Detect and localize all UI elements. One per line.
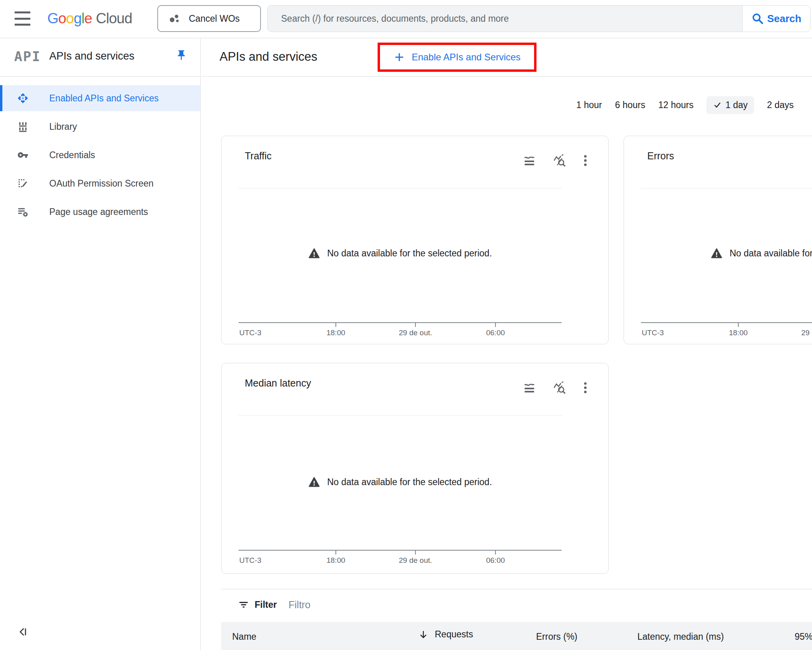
axis-timezone: UTC-3 [239,556,261,565]
explore-data-icon[interactable] [553,381,566,394]
chart-style-icon[interactable] [523,154,536,167]
column-requests[interactable]: Requests [418,629,473,640]
search-input[interactable] [268,6,742,32]
project-name: Cancel WOs [189,13,240,24]
card-actions [523,154,588,167]
google-cloud-logo[interactable]: G o o g l e Cloud [47,10,132,27]
more-options-icon[interactable] [583,154,588,167]
sidebar-header: API APIs and services [0,38,200,77]
column-errors[interactable]: Errors (%) [536,631,577,642]
axis-tick [335,323,336,327]
section-divider [221,589,812,589]
collapse-sidebar-icon[interactable] [17,626,29,638]
time-range-selector: 1 hour 6 hours 12 hours 1 day 2 days [576,95,793,114]
filter-button[interactable]: Filter [238,596,277,614]
sidebar-item-oauth[interactable]: OAuth Permission Screen [0,170,200,196]
empty-state: No data available for the selected perio… [238,247,562,259]
axis-tick [495,550,496,555]
google-cloud-console: G o o g l e Cloud Cancel WOs Search [0,0,812,650]
axis-label: 29 de out. [392,329,439,337]
sidebar-item-library[interactable]: Library [0,114,200,140]
global-search: Search [267,5,810,32]
card-divider [238,415,562,416]
axis-label: 29 de out. [392,556,439,565]
logo-letter: G [47,10,58,27]
median-latency-card: Median latency [221,363,609,574]
axis-label: 18:00 [312,556,359,565]
more-options-icon[interactable] [583,381,588,394]
sidebar-title: APIs and services [49,50,134,62]
logo-letter: o [66,10,74,27]
errors-card: Errors No data available for the selecte… [624,136,812,344]
top-bar: G o o g l e Cloud Cancel WOs Search [0,0,812,38]
filter-icon [238,599,249,610]
warning-icon [308,247,320,259]
axis-label: 18:00 [312,329,359,337]
warning-icon [308,476,320,488]
sort-descending-icon [418,629,428,640]
column-name[interactable]: Name [232,631,256,642]
menu-icon[interactable] [15,11,30,26]
axis-label: 29 de out. [794,329,812,337]
sidebar-menu: Enabled APIs and Services Library [0,85,200,227]
column-label: Requests [435,629,473,640]
sidebar-item-label: Page usage agreements [49,207,148,217]
time-range-12-hours[interactable]: 12 hours [658,100,694,110]
key-icon [17,149,29,161]
empty-message: No data available for the selected perio… [327,248,492,259]
enable-apis-button[interactable]: Enable APIs and Services [393,51,520,63]
card-actions [523,381,588,394]
card-divider [641,188,812,189]
empty-state: No data available for the selected perio… [238,476,562,488]
axis-label: 06:00 [472,329,519,337]
x-axis [238,550,562,551]
explore-data-icon[interactable] [553,154,566,167]
card-title: Median latency [245,377,311,389]
sidebar-item-label: OAuth Permission Screen [49,178,154,189]
library-icon [17,121,29,133]
traffic-card: Traffic [221,136,609,344]
pin-icon[interactable] [175,49,187,61]
time-range-1-day-selected[interactable]: 1 day [706,96,754,114]
time-range-2-days[interactable]: 2 days [767,100,794,110]
axis-tick [415,550,416,555]
table-header: Name Requests Errors (%) Latency, median… [221,622,812,650]
axis-tick [738,323,739,327]
warning-icon [711,247,723,259]
logo-letter: o [58,10,66,27]
axis-timezone: UTC-3 [642,329,664,337]
axis-label: 06:00 [472,556,519,565]
api-product-glyph: API [14,49,41,64]
column-latency-95[interactable]: 95% [795,631,812,642]
card-title: Traffic [245,150,272,162]
search-icon [751,12,764,25]
logo-letter: g [74,10,82,27]
sidebar: API APIs and services Enabled APIs and S… [0,38,201,650]
project-selector-button[interactable]: Cancel WOs [157,5,261,32]
empty-message: No data available for the selected perio… [327,477,492,488]
axis-tick [415,323,416,327]
time-range-label: 1 day [725,100,747,110]
agreements-icon [17,206,29,218]
sidebar-item-enabled-apis[interactable]: Enabled APIs and Services [0,85,200,111]
enable-apis-label: Enable APIs and Services [412,52,520,63]
page-title: APIs and services [220,50,317,64]
x-axis [238,322,562,323]
column-latency-median[interactable]: Latency, median (ms) [637,631,724,642]
x-axis [641,322,812,323]
red-annotation-box: Enable APIs and Services [378,43,536,72]
empty-state: No data available for the selected perio… [641,247,812,259]
check-icon [713,100,722,110]
axis-label: 18:00 [715,329,762,337]
time-range-1-hour[interactable]: 1 hour [576,100,602,110]
sidebar-item-page-usage[interactable]: Page usage agreements [0,199,200,225]
sidebar-item-label: Enabled APIs and Services [49,93,158,104]
sidebar-item-credentials[interactable]: Credentials [0,142,200,168]
search-button-label: Search [767,13,801,25]
time-range-6-hours[interactable]: 6 hours [615,100,645,110]
filter-input[interactable] [289,596,525,613]
api-icon [17,92,29,104]
search-button[interactable]: Search [742,6,810,32]
chart-style-icon[interactable] [523,381,536,394]
oauth-consent-icon [17,177,29,189]
